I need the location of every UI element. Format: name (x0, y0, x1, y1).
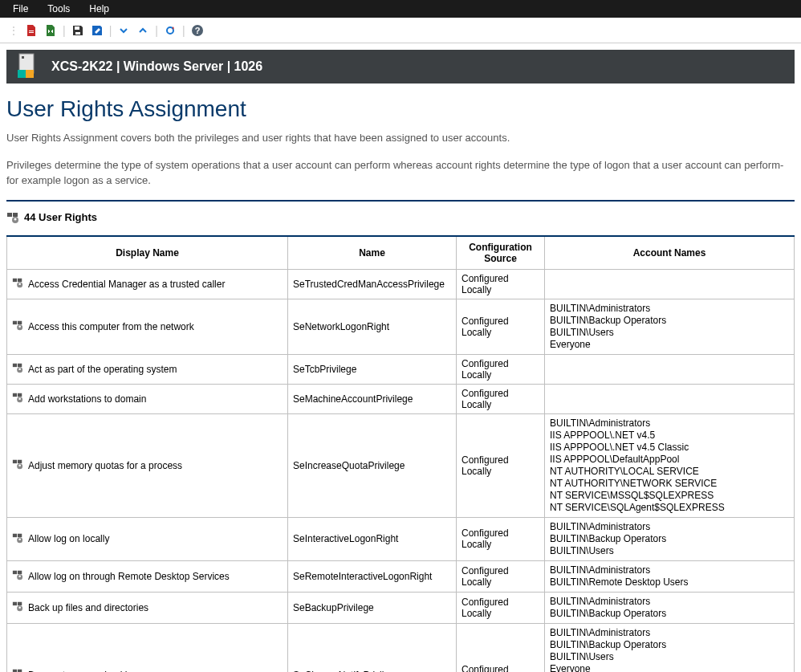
source-cell: Configured Locally (457, 592, 545, 623)
svg-rect-14 (13, 321, 17, 324)
display-name-cell: Bypass traverse checking (28, 670, 138, 673)
display-name-cell: Back up files and directories (28, 602, 148, 613)
refresh-icon (164, 24, 177, 37)
export-excel-button[interactable] (42, 22, 59, 39)
display-name-cell: Access this computer from the network (28, 321, 194, 332)
svg-rect-3 (22, 56, 24, 59)
privilege-icon (12, 458, 23, 472)
page-title: User Rights Assignment (6, 96, 795, 122)
source-cell: Configured Locally (457, 354, 545, 384)
table-row[interactable]: Add workstations to domainSeMachineAccou… (7, 384, 795, 413)
svg-rect-38 (13, 602, 17, 605)
svg-point-21 (18, 368, 21, 370)
display-name-cell: Allow log on locally (28, 533, 109, 544)
name-cell: SeInteractiveLogonRight (288, 517, 457, 560)
svg-point-25 (18, 397, 21, 400)
main-content: XCS-2K22 | Windows Server | 1026 User Ri… (0, 43, 801, 672)
svg-rect-26 (13, 460, 17, 463)
col-name[interactable]: Name (288, 236, 457, 270)
accounts-cell: BUILTIN\AdministratorsBUILTIN\Backup Ope… (545, 623, 795, 672)
pdf-icon (25, 24, 38, 37)
edit-icon (91, 24, 104, 37)
report-header: XCS-2K22 | Windows Server | 1026 (6, 50, 795, 83)
svg-point-29 (18, 464, 21, 466)
menu-file[interactable]: File (3, 1, 38, 17)
name-cell: SeMachineAccountPrivilege (288, 384, 457, 413)
toolbar-separator: | (63, 24, 66, 37)
source-cell: Configured Locally (457, 623, 545, 672)
accounts-cell: BUILTIN\AdministratorsBUILTIN\Remote Des… (545, 560, 795, 592)
source-cell: Configured Locally (457, 560, 545, 592)
svg-rect-18 (13, 364, 17, 367)
col-display-name[interactable]: Display Name (7, 236, 288, 270)
save-button[interactable] (69, 22, 87, 39)
export-pdf-button[interactable] (22, 22, 40, 39)
menu-tools[interactable]: Tools (38, 1, 79, 17)
table-row[interactable]: Allow log on locallySeInteractiveLogonRi… (7, 517, 795, 560)
svg-rect-23 (18, 393, 22, 397)
privilege-icon (12, 277, 23, 291)
page-description-2: Privileges determine the type of system … (6, 157, 795, 189)
section-divider (6, 200, 795, 202)
accounts-cell (545, 269, 795, 299)
table-row[interactable]: Adjust memory quotas for a processSeIncr… (7, 413, 795, 517)
svg-rect-15 (18, 321, 22, 324)
svg-rect-10 (13, 279, 17, 282)
table-header-row: Display Name Name Configuration Source A… (7, 236, 795, 270)
table-row[interactable]: Access this computer from the networkSeN… (7, 299, 795, 354)
name-cell: SeTrustedCredManAccessPrivilege (288, 269, 457, 299)
table-row[interactable]: Access Credential Manager as a trusted c… (7, 269, 795, 299)
source-cell: Configured Locally (457, 299, 545, 354)
section-header: 44 User Rights (6, 208, 795, 227)
svg-rect-4 (18, 70, 26, 78)
accounts-cell: BUILTIN\AdministratorsIIS APPPOOL\.NET v… (545, 413, 795, 517)
svg-rect-31 (18, 533, 22, 536)
svg-rect-34 (13, 571, 17, 574)
name-cell: SeBackupPrivilege (288, 592, 457, 623)
table-row[interactable]: Bypass traverse checkingSeChangeNotifyPr… (7, 623, 795, 672)
edit-button[interactable] (88, 22, 106, 39)
chevron-down-icon (118, 25, 129, 36)
excel-icon (44, 24, 57, 37)
chevron-up-icon (137, 25, 148, 36)
expand-button[interactable] (115, 22, 132, 39)
svg-rect-22 (13, 393, 17, 397)
content-body: User Rights Assignment User Rights Assig… (6, 83, 795, 672)
help-button[interactable]: ? (189, 22, 206, 39)
svg-point-9 (14, 218, 17, 220)
toolbar-separator: | (155, 24, 158, 37)
menu-help[interactable]: Help (79, 1, 119, 17)
save-icon (71, 24, 84, 37)
svg-rect-5 (26, 70, 34, 78)
collapse-button[interactable] (134, 22, 152, 39)
name-cell: SeRemoteInteractiveLogonRight (288, 560, 457, 592)
privilege-icon (12, 601, 23, 614)
svg-point-17 (18, 325, 21, 328)
svg-rect-30 (13, 533, 17, 536)
accounts-cell: BUILTIN\AdministratorsBUILTIN\Backup Ope… (545, 299, 795, 354)
name-cell: SeNetworkLogonRight (288, 299, 457, 354)
name-cell: SeChangeNotifyPrivilege (288, 623, 457, 672)
svg-point-41 (18, 606, 21, 609)
col-account-names[interactable]: Account Names (545, 236, 795, 270)
table-row[interactable]: Act as part of the operating systemSeTcb… (7, 354, 795, 384)
refresh-button[interactable] (161, 22, 179, 39)
name-cell: SeIncreaseQuotaPrivilege (288, 413, 457, 517)
svg-rect-11 (18, 279, 22, 282)
toolbar-separator: | (109, 24, 112, 37)
svg-rect-35 (18, 571, 22, 574)
table-row[interactable]: Back up files and directoriesSeBackupPri… (7, 592, 795, 623)
scroll-area[interactable]: XCS-2K22 | Windows Server | 1026 User Ri… (6, 50, 795, 672)
svg-rect-6 (7, 213, 12, 217)
privilege-icon (12, 668, 23, 672)
accounts-cell (545, 354, 795, 384)
col-config-source[interactable]: Configuration Source (457, 236, 545, 270)
report-header-title: XCS-2K22 | Windows Server | 1026 (51, 59, 262, 74)
privilege-icon (12, 362, 23, 376)
privilege-icon (12, 569, 23, 583)
table-row[interactable]: Allow log on through Remote Desktop Serv… (7, 560, 795, 592)
source-cell: Configured Locally (457, 269, 545, 299)
toolbar-separator: ⋮ (8, 24, 19, 37)
privilege-icon (12, 532, 23, 546)
help-icon: ? (191, 24, 204, 37)
